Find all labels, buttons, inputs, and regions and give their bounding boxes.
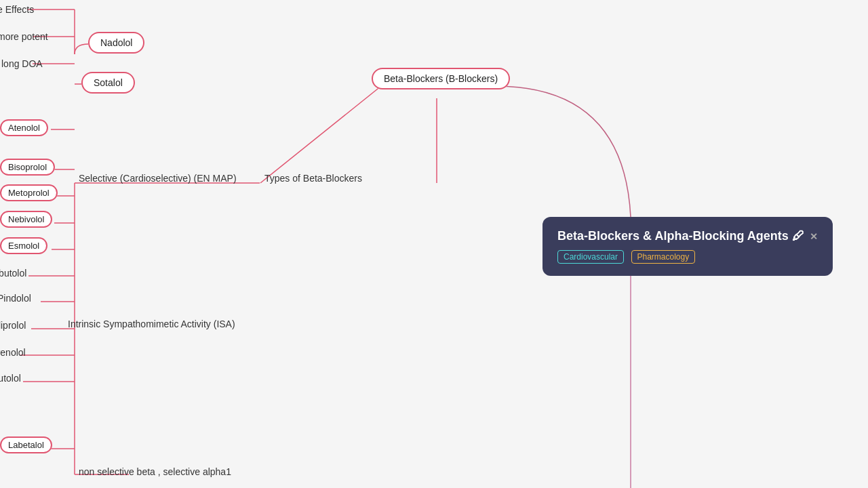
expand-icon[interactable]: ✕ xyxy=(810,231,818,242)
long-doa-node: long DOA xyxy=(1,58,43,69)
labetalol-node: Labetalol xyxy=(0,439,52,450)
sotalol-node: Sotalol xyxy=(81,77,135,88)
bisoprolol-node: Bisoprolol xyxy=(0,161,55,172)
celiprolol-node: Celiprolol xyxy=(0,320,26,331)
svg-line-1 xyxy=(260,86,381,183)
non-selective-node: non selective beta , selective alpha1 xyxy=(79,466,231,477)
pharmacology-tag[interactable]: Pharmacology xyxy=(631,250,696,264)
main-card-tags: Cardiovascular Pharmacology xyxy=(557,250,818,264)
main-card-title: Beta-Blockers & Alpha-Blocking Agents 🖊 … xyxy=(557,229,818,243)
beta-blockers-node: Beta-Blockers (B-Blockers) xyxy=(372,73,510,84)
oxprenolol-node: Oxprenolol xyxy=(0,347,26,358)
types-of-beta-node: Types of Beta-Blockers xyxy=(264,173,362,184)
nebivolol-node: Nebivolol xyxy=(0,214,52,224)
isa-node: Intrinsic Sympathomimetic Activity (ISA) xyxy=(68,319,235,329)
mindmap-canvas: e Effects more potent long DOA Nadolol S… xyxy=(0,0,868,488)
main-card: Beta-Blockers & Alpha-Blocking Agents 🖊 … xyxy=(542,217,833,276)
atenolol-node: Atenolol xyxy=(0,122,48,133)
metoprolol-node: Metoprolol xyxy=(0,187,58,198)
effects-node: e Effects xyxy=(0,4,34,15)
esmolol-node: Esmolol xyxy=(0,240,47,251)
pindolol-node: Pindolol xyxy=(0,293,31,304)
cardiovascular-tag[interactable]: Cardiovascular xyxy=(557,250,624,264)
labutolol-node: Labutolol xyxy=(0,373,21,384)
acebutolol-node: Acebutolol xyxy=(0,268,26,279)
more-potent-node: more potent xyxy=(0,31,48,42)
selective-node: Selective (Cardioselective) (EN MAP) xyxy=(79,173,237,184)
nadolol-node: Nadolol xyxy=(88,37,144,48)
